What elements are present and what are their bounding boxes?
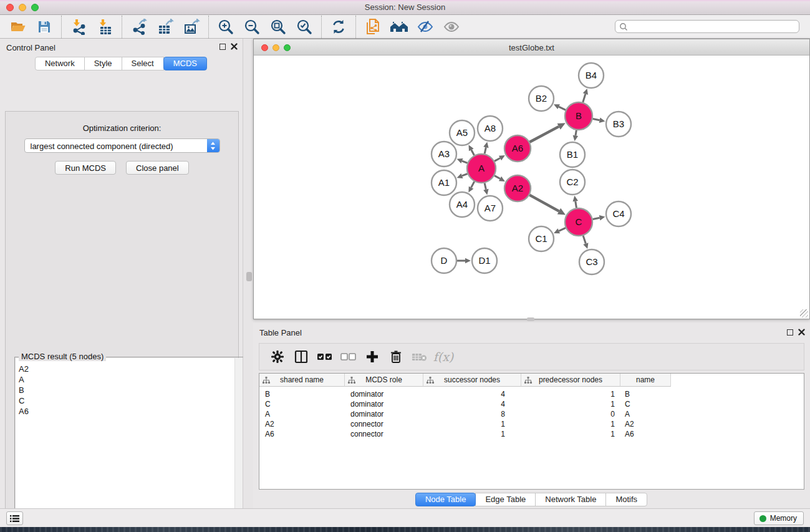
svg-text:A4: A4 <box>456 199 468 210</box>
column-header[interactable]: successor nodes <box>423 374 521 387</box>
list-item[interactable]: C <box>16 395 243 406</box>
node-table[interactable]: shared name MCDS role successor nodes pr… <box>259 373 804 490</box>
tab-network[interactable]: Network <box>35 57 85 70</box>
hide-columns-icon[interactable] <box>337 347 360 367</box>
svg-text:A: A <box>478 163 485 173</box>
export-image-icon[interactable] <box>178 17 205 37</box>
table-panel-tabs: Node Table Edge Table Network Table Moti… <box>253 493 810 506</box>
column-header[interactable]: shared name <box>259 374 345 387</box>
task-history-button[interactable] <box>6 511 23 525</box>
table-row[interactable]: A2connector11A2 <box>259 419 804 429</box>
column-header[interactable]: MCDS role <box>345 374 423 387</box>
table-panel-title: Table Panel <box>259 328 302 337</box>
network-window-titlebar[interactable]: testGlobe.txt <box>254 39 809 56</box>
toolbar-separator <box>321 16 322 38</box>
mcds-result-title: MCDS result (5 nodes) <box>19 352 106 361</box>
zoom-selected-icon[interactable] <box>291 17 317 37</box>
main-toolbar <box>0 15 810 39</box>
settings-gear-icon[interactable] <box>266 347 289 367</box>
svg-text:A8: A8 <box>485 123 496 133</box>
export-table-icon[interactable] <box>152 17 178 37</box>
svg-text:B2: B2 <box>536 93 547 104</box>
float-panel-icon[interactable] <box>219 44 226 50</box>
svg-text:A6: A6 <box>512 143 523 153</box>
column-header[interactable]: name <box>620 374 671 387</box>
zoom-out-icon[interactable] <box>239 17 265 37</box>
tab-edge-table[interactable]: Edge Table <box>475 493 536 506</box>
svg-text:C3: C3 <box>586 256 597 267</box>
add-column-icon[interactable] <box>360 347 384 367</box>
table-row[interactable]: Cdominator41C <box>259 399 804 409</box>
svg-text:D: D <box>441 255 448 266</box>
tab-motifs[interactable]: Motifs <box>605 493 647 506</box>
close-panel-button[interactable]: Close panel <box>126 161 189 175</box>
search-icon <box>619 22 628 31</box>
window-title: Session: New Session <box>0 2 810 12</box>
home-layout-icon[interactable] <box>386 17 412 37</box>
tab-node-table[interactable]: Node Table <box>415 493 476 506</box>
tab-network-table[interactable]: Network Table <box>535 493 606 506</box>
resize-grip-icon[interactable] <box>800 309 808 317</box>
close-panel-icon[interactable] <box>231 43 238 50</box>
list-item[interactable]: A2 <box>16 364 243 374</box>
list-item[interactable]: A <box>16 374 243 385</box>
function-builder-icon[interactable]: f(x) <box>432 347 455 367</box>
delete-table-icon[interactable] <box>408 347 432 367</box>
show-panels-eye-icon[interactable] <box>438 17 465 37</box>
show-columns-icon[interactable] <box>313 347 337 367</box>
result-list-scrollbar[interactable] <box>234 358 243 532</box>
status-bar: Memory <box>0 508 810 527</box>
list-item[interactable]: B <box>16 385 243 395</box>
import-table-icon[interactable] <box>92 17 118 37</box>
search-field[interactable] <box>615 20 799 33</box>
svg-text:A5: A5 <box>456 127 468 138</box>
memory-status-icon <box>759 515 766 522</box>
table-header: shared name MCDS role successor nodes pr… <box>259 374 804 387</box>
mcds-result-groupbox: A2 A B C A6 MCDS result (5 nodes) <box>14 357 244 532</box>
splitter-grip[interactable] <box>246 272 252 281</box>
save-session-icon[interactable] <box>31 17 57 37</box>
open-session-icon[interactable] <box>5 17 31 37</box>
mcds-result-list[interactable]: A2 A B C A6 <box>16 358 243 532</box>
tab-style[interactable]: Style <box>84 57 122 70</box>
column-header[interactable]: predecessor nodes <box>521 374 620 387</box>
table-row[interactable]: A6connector11A6 <box>259 429 804 439</box>
hide-panels-eye-icon[interactable] <box>412 17 438 37</box>
tab-select[interactable]: Select <box>122 57 164 70</box>
network-canvas[interactable]: B4B2BB3A8A5A6A3B1AA1C2A2A4A7C4CC1DD1C3 <box>254 56 809 319</box>
svg-text:A2: A2 <box>512 183 523 193</box>
import-network-icon[interactable] <box>65 17 92 37</box>
run-mcds-button[interactable]: Run MCDS <box>55 161 116 175</box>
zoom-in-icon[interactable] <box>213 17 239 37</box>
list-item[interactable]: A6 <box>16 406 243 417</box>
svg-text:D1: D1 <box>478 255 490 266</box>
clone-network-icon[interactable] <box>360 17 386 37</box>
svg-text:C4: C4 <box>612 208 624 219</box>
table-panel: Table Panel <box>253 323 810 508</box>
svg-text:A3: A3 <box>438 148 450 159</box>
memory-button[interactable]: Memory <box>754 511 804 525</box>
network-graph[interactable]: B4B2BB3A8A5A6A3B1AA1C2A2A4A7C4CC1DD1C3 <box>254 56 809 319</box>
optimization-criterion-label: Optimization criterion: <box>6 123 238 133</box>
svg-text:C1: C1 <box>535 233 547 244</box>
close-table-panel-icon[interactable] <box>798 329 805 336</box>
zoom-fit-icon[interactable] <box>265 17 291 37</box>
float-table-panel-icon[interactable] <box>787 329 793 336</box>
svg-text:A1: A1 <box>438 177 450 188</box>
window-titlebar: Session: New Session <box>0 0 810 15</box>
svg-text:A7: A7 <box>485 203 496 213</box>
criterion-dropdown[interactable]: largest connected component (directed) <box>24 138 220 153</box>
column-layout-icon[interactable] <box>289 347 313 367</box>
list-icon <box>10 515 19 523</box>
refresh-view-icon[interactable] <box>325 17 352 37</box>
application-window: Session: New Session <box>0 0 810 532</box>
table-row[interactable]: Adominator80A <box>259 409 804 419</box>
tab-mcds[interactable]: MCDS <box>163 57 207 70</box>
table-row[interactable]: Bdominator41B <box>259 389 804 399</box>
criterion-value: largest connected component (directed) <box>31 142 173 151</box>
search-input[interactable] <box>628 22 795 31</box>
delete-column-trash-icon[interactable] <box>384 347 408 367</box>
export-network-icon[interactable] <box>126 17 152 37</box>
control-panel-tabs: Network Style Select MCDS <box>0 57 243 70</box>
toolbar-separator <box>61 16 62 38</box>
